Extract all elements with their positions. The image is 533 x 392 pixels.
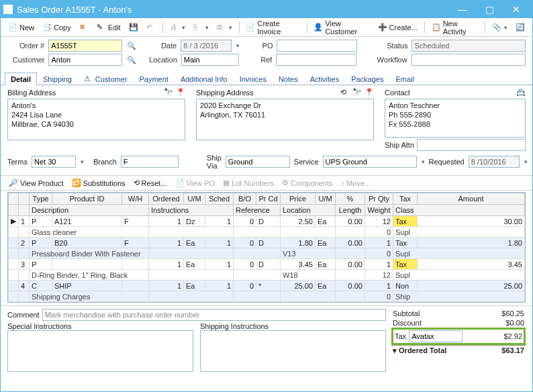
col-pct[interactable]: %	[336, 193, 365, 205]
ship-attn-input[interactable]	[417, 139, 526, 151]
map-pin-icon[interactable]: 📍	[365, 88, 374, 97]
col-weight[interactable]: Weight	[365, 205, 393, 216]
col-tax[interactable]: Tax	[393, 193, 418, 205]
copy-button[interactable]: 📑Copy	[39, 21, 75, 34]
substitutions-button[interactable]: 🔁Substitutions	[69, 178, 128, 188]
ref-input[interactable]	[276, 54, 356, 66]
maximize-button[interactable]: ▢	[476, 1, 503, 18]
line-items-grid[interactable]: Type Product ID W/H Ordered U/M Sched B/…	[7, 192, 526, 303]
delete-button[interactable]: ✖	[76, 21, 92, 34]
status-input[interactable]	[411, 40, 526, 52]
view-product-button[interactable]: 🔎View Product	[6, 178, 66, 188]
customer-search-icon[interactable]: 🔍	[126, 54, 137, 65]
table-row[interactable]: 4CSHIP1Ea10*25.00Ea0.001Non25.00	[9, 281, 525, 291]
shipping-address-box[interactable]: 2020 Exchange Dr Arlington, TX 76011	[196, 99, 374, 140]
col-um2[interactable]: U/M	[316, 193, 336, 205]
shipping-instructions-input[interactable]	[200, 330, 386, 372]
branch-input[interactable]	[121, 156, 179, 168]
order-number-input[interactable]	[48, 40, 122, 52]
col-class[interactable]: Class	[393, 205, 525, 216]
col-length[interactable]: Length	[336, 205, 365, 216]
binoculars-icon[interactable]: 🔭	[164, 88, 173, 97]
map-pin-icon[interactable]: 📍	[176, 88, 185, 97]
terms-input[interactable]	[32, 156, 76, 168]
tab-shipping[interactable]: Shipping	[37, 72, 78, 85]
minimize-button[interactable]: —	[449, 1, 476, 18]
close-button[interactable]: ✕	[503, 1, 530, 18]
tab-notes[interactable]: Notes	[273, 72, 304, 85]
po-icon: 📄	[175, 179, 185, 187]
service-input[interactable]	[323, 156, 417, 168]
reset-button[interactable]: ⟲Reset...	[131, 178, 170, 188]
col-product[interactable]: Product ID	[52, 193, 122, 205]
tab-payment[interactable]: Payment	[133, 72, 174, 85]
tab-email[interactable]: Email	[389, 72, 420, 85]
tax-engine-input[interactable]	[409, 330, 463, 342]
copy-left-icon[interactable]: ⟲	[340, 88, 350, 97]
col-ordered[interactable]: Ordered	[149, 193, 184, 205]
table-row-desc[interactable]: Glass cleaner0Supl	[9, 227, 525, 238]
col-price[interactable]: Price	[281, 193, 316, 205]
undo-button[interactable]: ↶	[143, 21, 159, 34]
workflow-input[interactable]	[411, 54, 526, 66]
copy2-button[interactable]: ⧉▾	[213, 21, 236, 34]
chevron-down-icon[interactable]: ▾	[524, 158, 528, 165]
create-invoice-button[interactable]: 📄Create Invoice	[242, 18, 303, 37]
tab-packages[interactable]: Packages	[345, 72, 389, 85]
col-num[interactable]	[19, 193, 30, 205]
card-icon[interactable]: 📇	[516, 88, 526, 97]
col-reference[interactable]: Reference	[234, 205, 281, 216]
attach-button[interactable]: 📎▾	[489, 21, 511, 34]
save-button[interactable]: 💾	[126, 21, 142, 34]
chevron-down-icon[interactable]: ▾	[81, 158, 84, 165]
new-activity-button[interactable]: 📋New Activity	[428, 18, 481, 37]
create-button[interactable]: ➕Create...	[375, 21, 421, 34]
comment-input[interactable]	[42, 309, 386, 321]
col-instructions[interactable]: Instructions	[149, 205, 234, 216]
date-input[interactable]	[181, 40, 232, 52]
tab-invoices[interactable]: Invoices	[234, 72, 273, 85]
table-row-desc[interactable]: Shipping Charges0Ship	[9, 291, 525, 302]
customer-input[interactable]	[48, 54, 122, 66]
tab-additional[interactable]: Additional Info	[175, 72, 234, 85]
print-button[interactable]: 🖨▾	[166, 21, 189, 34]
table-row[interactable]: ▶1PA121F1Dz10D2.50Ea0.0012Tax30.00	[9, 216, 525, 227]
requested-input[interactable]	[469, 156, 520, 168]
col-amount[interactable]: Amount	[418, 193, 525, 205]
binoculars-icon[interactable]: 🔭	[352, 88, 362, 97]
shipvia-input[interactable]	[226, 156, 290, 168]
refresh-button[interactable]: 🔄	[512, 21, 528, 34]
edit-button[interactable]: ✎Edit	[93, 21, 124, 34]
col-location[interactable]: Location	[281, 205, 336, 216]
location-input[interactable]	[181, 54, 239, 66]
col-prqty[interactable]: Pr Qty	[365, 193, 393, 205]
col-bo[interactable]: B/O	[234, 193, 256, 205]
view-customer-button[interactable]: 👤View Customer	[310, 18, 373, 37]
tab-customer[interactable]: ⚠Customer	[78, 72, 134, 85]
billing-address-box[interactable]: Anton's 2424 Lisa Lane Millbrae, CA 9403…	[7, 99, 185, 140]
contact-box[interactable]: Anton Teschner Ph 555-2890 Fx 555-2888	[385, 99, 526, 138]
col-prcd[interactable]: Pr Cd	[256, 193, 281, 205]
view-customer-label: View Customer	[325, 19, 369, 36]
chevron-down-icon[interactable]: ▾	[422, 158, 425, 165]
order-search-icon[interactable]: 🔍	[126, 40, 137, 51]
new-button[interactable]: 📄New	[5, 21, 38, 34]
expand-icon[interactable]: ▾	[393, 346, 397, 354]
table-row[interactable]: 2PB20F1Ea10D1.80Ea0.001Tax1.80	[9, 238, 525, 248]
col-type[interactable]: Type	[30, 193, 52, 205]
special-instructions-input[interactable]	[7, 330, 193, 372]
po-input[interactable]	[277, 40, 357, 52]
tab-activities[interactable]: Activities	[304, 72, 345, 85]
col-description[interactable]: Description	[30, 205, 149, 216]
col-sched[interactable]: Sched	[205, 193, 234, 205]
chevron-down-icon[interactable]: ▾	[236, 42, 240, 49]
table-row-desc[interactable]: Pressboard Binder With FastenerV130Supl	[9, 248, 525, 259]
table-row[interactable]: 3P1Ea10D3.45Ea0.001Tax3.45	[9, 259, 525, 270]
tab-detail[interactable]: Detail	[5, 72, 37, 85]
col-wh[interactable]: W/H	[122, 193, 149, 205]
table-row-desc[interactable]: D-Ring Binder, 1" Ring, BlackW1812Supl	[9, 270, 525, 281]
export-button[interactable]: ⎘▾	[190, 21, 212, 34]
col-um[interactable]: U/M	[184, 193, 205, 205]
tax-label: Tax	[395, 332, 406, 340]
col-rowhdr[interactable]	[9, 193, 19, 205]
